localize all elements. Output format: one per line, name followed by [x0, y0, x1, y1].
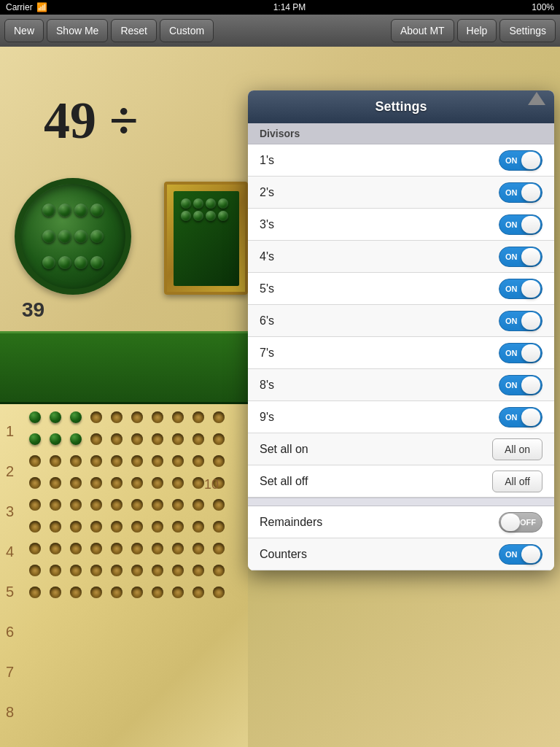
divisor-toggle-9[interactable]: ON [499, 407, 542, 427]
divisor-toggle-7[interactable]: ON [499, 343, 542, 363]
toggle-label-4: ON [505, 252, 518, 261]
help-button[interactable]: Help [457, 19, 497, 42]
toolbar: New Show Me Reset Custom About MT Help S… [0, 15, 560, 47]
peg-hole [192, 455, 204, 467]
divisors-header: Divisors [248, 123, 554, 144]
peg-hole [70, 587, 82, 598]
marble [181, 211, 191, 221]
picture-frame [164, 182, 248, 295]
peg-hole [29, 455, 41, 467]
peg-hole [29, 477, 41, 489]
peg-hole [172, 587, 184, 598]
peg-hole [131, 565, 143, 576]
divisor-toggle-3[interactable]: ON [499, 214, 542, 235]
toggle-thumb-6 [521, 312, 540, 330]
divisor-toggle-8[interactable]: ON [499, 375, 542, 395]
peg-hole [192, 521, 204, 533]
toggle-thumb-3 [521, 216, 540, 233]
peg-hole [192, 433, 204, 445]
settings-button[interactable]: Settings [499, 19, 556, 42]
marble [42, 256, 55, 269]
peg-hole [192, 411, 204, 423]
peg-row [29, 587, 225, 598]
divisor-toggle-2[interactable]: ON [499, 182, 542, 203]
peg-hole [29, 565, 41, 576]
peg-hole [111, 477, 122, 489]
peg-row [29, 499, 225, 511]
peg-row [29, 521, 225, 533]
new-button[interactable]: New [4, 19, 44, 42]
remainders-toggle-thumb [501, 514, 520, 531]
row-num-4: 4 [6, 532, 14, 572]
counters-toggle-label: ON [505, 550, 518, 559]
peg-marble [29, 411, 41, 423]
divisor-row-4: 4's ON [248, 241, 554, 273]
peg-hole [213, 587, 225, 598]
divisor-row-2: 2's ON [248, 177, 554, 209]
toggle-label-5: ON [505, 285, 518, 293]
peg-hole [111, 565, 122, 576]
remainders-toggle-label: OFF [520, 518, 536, 527]
peg-hole [111, 521, 122, 533]
peg-hole [152, 587, 163, 598]
row-num-9: 9 [6, 732, 14, 747]
all-on-button[interactable]: All on [492, 438, 542, 460]
peg-hole [90, 499, 102, 511]
peg-hole [131, 521, 143, 533]
peg-row [29, 455, 225, 467]
divisor-row-7: 7's ON [248, 337, 554, 369]
show-me-button[interactable]: Show Me [47, 19, 108, 42]
toggle-thumb-9 [521, 409, 540, 426]
toggle-label-7: ON [505, 349, 518, 357]
counters-label: Counters [260, 548, 307, 561]
peg-hole [192, 587, 204, 598]
peg-hole [213, 455, 225, 467]
peg-hole [111, 433, 122, 445]
scroll-arrow-up[interactable] [528, 92, 545, 105]
about-mt-button[interactable]: About MT [391, 19, 454, 42]
marble [42, 230, 55, 243]
peg-hole [172, 455, 184, 467]
divisor-toggle-1[interactable]: ON [499, 150, 542, 171]
peg-hole [172, 477, 184, 489]
counters-toggle[interactable]: ON [499, 544, 542, 565]
peg-hole [131, 433, 143, 445]
peg-hole [172, 565, 184, 576]
divisor-toggle-6[interactable]: ON [499, 311, 542, 331]
divisor-label-7: 7's [260, 347, 274, 360]
all-off-button[interactable]: All off [492, 471, 542, 492]
row-num-7: 7 [6, 652, 14, 692]
peg-hole [213, 411, 225, 423]
peg-hole [152, 477, 163, 489]
peg-row [29, 565, 225, 576]
marble [90, 256, 104, 269]
peg-hole [131, 543, 143, 554]
reset-button[interactable]: Reset [111, 19, 157, 42]
marble [181, 198, 191, 209]
peg-hole [152, 411, 163, 423]
divisor-toggle-4[interactable]: ON [499, 247, 542, 267]
custom-button[interactable]: Custom [160, 19, 214, 42]
marble [193, 198, 203, 209]
counters-toggle-thumb [521, 546, 540, 563]
peg-hole [70, 455, 82, 467]
peg-hole [90, 565, 102, 576]
peg-hole [90, 477, 102, 489]
set-all-off-label: Set all off [260, 475, 308, 488]
peg-hole [111, 587, 122, 598]
wifi-icon: 📶 [36, 2, 47, 12]
peg-hole [90, 433, 102, 445]
peg-marble [29, 433, 41, 445]
set-all-off-row: Set all off All off [248, 465, 554, 498]
peg-hole [50, 455, 61, 467]
divisor-toggle-5[interactable]: ON [499, 279, 542, 299]
peg-hole [29, 543, 41, 554]
peg-hole [70, 543, 82, 554]
peg-row [29, 477, 225, 489]
settings-panel: Settings Divisors 1's ON 2's ON 3's ON [248, 90, 554, 570]
peg-hole [70, 477, 82, 489]
row-num-6: 6 [6, 612, 14, 652]
peg-hole [131, 411, 143, 423]
peg-hole [50, 587, 61, 598]
remainders-toggle[interactable]: OFF [499, 512, 542, 533]
